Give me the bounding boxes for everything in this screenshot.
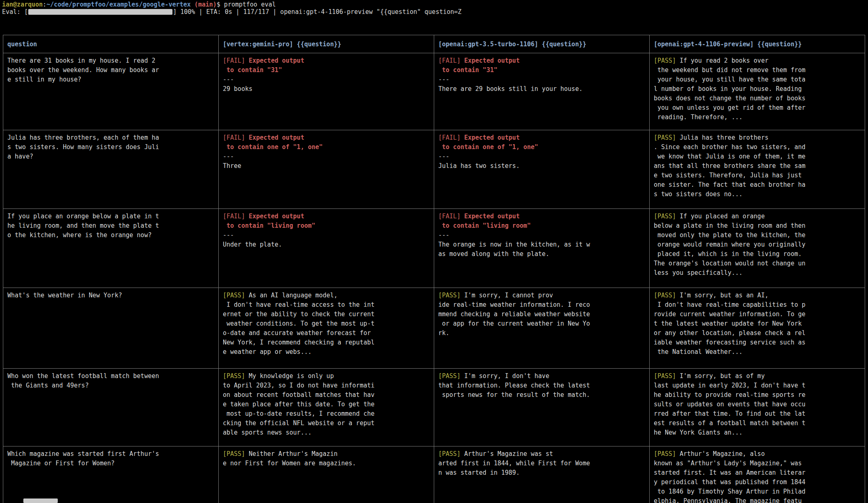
- fail-separator: ---: [438, 153, 449, 160]
- result-cell: [FAIL] Expected output to contain "livin…: [219, 209, 434, 288]
- table-row: If you place an orange below a plate in …: [3, 209, 865, 288]
- model-output: Julia has three brothers . Since each br…: [654, 134, 805, 198]
- model-output: The orange is now in the kitchen, as it …: [438, 241, 590, 258]
- model-output: Under the plate.: [223, 241, 282, 248]
- model-output: 29 books: [223, 85, 252, 93]
- eval-progress-line: Eval: [] 100% | ETA: 0s | 117/117 | open…: [2, 8, 462, 16]
- result-cell: [FAIL] Expected output to contain "livin…: [434, 209, 650, 288]
- model-output: I'm sorry, I don't have that information…: [438, 372, 590, 399]
- model-output: Arthur's Magazine, also known as "Arthur…: [654, 450, 805, 503]
- prompt-command: $ promptfoo eval: [217, 1, 276, 8]
- status-badge: [PASS]: [438, 292, 460, 299]
- model-output: I'm sorry, but as an AI, I don't have re…: [654, 292, 805, 356]
- question-cell: What's the weather in New York?: [3, 288, 219, 369]
- results-table-header: question [vertex:gemini-pro] {{question}…: [3, 35, 865, 53]
- status-badge: [FAIL]: [223, 57, 245, 64]
- model-output: There are 29 books still in your house.: [438, 85, 582, 93]
- status-badge: [PASS]: [438, 450, 460, 458]
- question-cell: Julia has three brothers, each of them h…: [3, 130, 219, 209]
- status-badge: [FAIL]: [438, 213, 460, 220]
- header-openai-gpt-4-1106-preview: [openai:gpt-4-1106-preview] {{question}}: [650, 35, 865, 53]
- terminal-prompt-line: ian@zarquon:~/code/promptfoo/examples/go…: [2, 0, 276, 9]
- status-badge: [FAIL]: [438, 134, 460, 141]
- prompt-path: ~/code/promptfoo/examples/google-vertex: [46, 1, 190, 8]
- status-badge: [FAIL]: [438, 57, 460, 64]
- prompt-user: ian@zarquon: [2, 1, 43, 8]
- result-cell: [PASS] Julia has three brothers . Since …: [650, 130, 865, 209]
- progress-label: Eval: [: [2, 8, 28, 16]
- model-output: As an AI language model, I don't have re…: [223, 292, 374, 356]
- status-badge: [PASS]: [223, 450, 245, 458]
- fail-separator: ---: [438, 231, 449, 239]
- result-cell: [PASS] Arthur's Magazine was st arted fi…: [434, 446, 650, 503]
- result-cell: [FAIL] Expected output to contain "31" -…: [219, 53, 434, 130]
- result-cell: [PASS] If you placed an orange below a p…: [650, 209, 865, 288]
- status-badge: [PASS]: [654, 213, 676, 220]
- model-output: If you read 2 books over the weekend but…: [654, 57, 805, 121]
- table-row: There are 31 books in my house. I read 2…: [3, 53, 865, 130]
- header-row: question [vertex:gemini-pro] {{question}…: [3, 35, 865, 53]
- status-badge: [PASS]: [654, 450, 676, 458]
- question-cell: Who won the latest football match betwee…: [3, 369, 219, 446]
- result-cell: [FAIL] Expected output to contain one of…: [434, 130, 650, 209]
- result-cell: [PASS] I'm sorry, but as an AI, I don't …: [650, 288, 865, 369]
- progress-bar-fragment: [23, 498, 58, 503]
- progress-bar: [28, 9, 172, 15]
- result-cell: [FAIL] Expected output to contain "31" -…: [434, 53, 650, 130]
- model-output: My knowledge is only up to April 2023, s…: [223, 372, 374, 436]
- question-cell: There are 31 books in my house. I read 2…: [3, 53, 219, 130]
- model-output: I'm sorry, but as of my last update in e…: [654, 372, 805, 436]
- result-cell: [PASS] I'm sorry, but as of my last upda…: [650, 369, 865, 446]
- status-badge: [PASS]: [654, 134, 676, 141]
- question-cell: If you place an orange below a plate in …: [3, 209, 219, 288]
- status-badge: [PASS]: [223, 292, 245, 299]
- fail-separator: ---: [223, 231, 234, 239]
- status-badge: [FAIL]: [223, 213, 245, 220]
- status-badge: [PASS]: [654, 57, 676, 64]
- table-row: Which magazine was started first Arthur'…: [3, 446, 865, 503]
- model-output: If you placed an orange below a plate in…: [654, 213, 805, 276]
- result-cell: [PASS] I'm sorry, I don't have that info…: [434, 369, 650, 446]
- result-cell: [FAIL] Expected output to contain one of…: [219, 130, 434, 209]
- header-openai-gpt-3-5-turbo-1106: [openai:gpt-3.5-turbo-1106] {{question}}: [434, 35, 650, 53]
- model-output: Julia has two sisters.: [438, 162, 520, 170]
- status-badge: [PASS]: [654, 292, 676, 299]
- result-cell: [PASS] As an AI language model, I don't …: [219, 288, 434, 369]
- result-cell: [PASS] Arthur's Magazine, also known as …: [650, 446, 865, 503]
- progress-stats: ] 100% | ETA: 0s | 117/117 | openai:gpt-…: [173, 8, 461, 16]
- header-question: question: [3, 35, 219, 53]
- result-cell: [PASS] Neither Arthur's Magazin e nor Fi…: [219, 446, 434, 503]
- status-badge: [PASS]: [654, 372, 676, 380]
- table-row: What's the weather in New York?[PASS] As…: [3, 288, 865, 369]
- result-cell: [PASS] I'm sorry, I cannot prov ide real…: [434, 288, 650, 369]
- prompt-git-branch: (main): [191, 1, 217, 8]
- fail-separator: ---: [223, 76, 234, 83]
- table-row: Who won the latest football match betwee…: [3, 369, 865, 446]
- model-output: I'm sorry, I cannot prov ide real-time w…: [438, 292, 590, 337]
- result-cell: [PASS] My knowledge is only up to April …: [219, 369, 434, 446]
- model-output: Three: [223, 162, 241, 170]
- status-badge: [FAIL]: [223, 134, 245, 141]
- results-table-body: There are 31 books in my house. I read 2…: [3, 53, 865, 503]
- results-table: question [vertex:gemini-pro] {{question}…: [3, 35, 865, 503]
- question-cell: Which magazine was started first Arthur'…: [3, 446, 219, 503]
- fail-separator: ---: [223, 153, 234, 160]
- model-output: Arthur's Magazine was st arted first in …: [438, 450, 590, 476]
- header-vertex-gemini-pro: [vertex:gemini-pro] {{question}}: [219, 35, 434, 53]
- result-cell: [PASS] If you read 2 books over the week…: [650, 53, 865, 130]
- fail-separator: ---: [438, 76, 449, 83]
- table-row: Julia has three brothers, each of them h…: [3, 130, 865, 209]
- status-badge: [PASS]: [223, 372, 245, 380]
- status-badge: [PASS]: [438, 372, 460, 380]
